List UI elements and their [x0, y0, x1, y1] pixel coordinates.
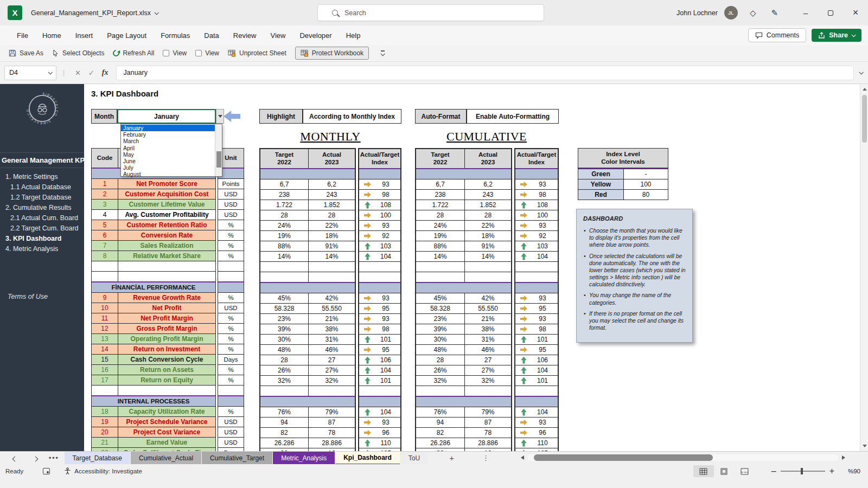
- scroll-up-icon[interactable]: [863, 88, 867, 91]
- cell-cumulative-index[interactable]: 104: [515, 407, 558, 417]
- sheet-nav-left-icon[interactable]: [9, 453, 21, 463]
- cell-unit[interactable]: %: [218, 251, 244, 261]
- name-box[interactable]: D4: [4, 66, 56, 80]
- cell-cumulative-target[interactable]: 76%: [416, 407, 464, 417]
- diamond-icon[interactable]: ◇: [750, 8, 756, 18]
- cell-monthly-target[interactable]: 94: [260, 418, 308, 427]
- cell-metric-name[interactable]: Return on Equity: [118, 375, 215, 385]
- sidebar-item[interactable]: 4. Metric Analysis: [0, 244, 84, 254]
- protect-workbook-button[interactable]: Protect Workbook: [295, 47, 369, 60]
- cell-code[interactable]: 3: [92, 200, 118, 209]
- cell-cumulative-actual[interactable]: 31%: [464, 335, 511, 344]
- cell-monthly-index[interactable]: 96: [359, 428, 400, 438]
- empty-cell[interactable]: [218, 261, 244, 271]
- empty-cell[interactable]: [308, 272, 355, 282]
- cell-code[interactable]: 7: [92, 241, 118, 251]
- cell-monthly-actual[interactable]: 79%: [308, 407, 355, 417]
- month-option[interactable]: July: [121, 164, 215, 171]
- cell-monthly-actual[interactable]: 14%: [308, 252, 355, 261]
- sheet-tab-target_database[interactable]: Target_Database: [65, 452, 130, 465]
- cell-monthly-target[interactable]: 76%: [260, 407, 308, 417]
- sidebar-item[interactable]: 1.2 Target Database: [0, 192, 84, 203]
- cell-monthly-index[interactable]: 93: [359, 418, 400, 427]
- ribbon-tab-formulas[interactable]: Formulas: [154, 27, 197, 44]
- cell-cumulative-index[interactable]: 101: [515, 335, 558, 344]
- empty-cell[interactable]: [260, 262, 308, 272]
- cell-metric-name[interactable]: Capacity Utilization Rate: [118, 407, 215, 416]
- cell-metric-name[interactable]: Conversion Rate: [118, 230, 215, 240]
- cell-cumulative-index[interactable]: 110: [515, 438, 558, 448]
- cell-cumulative-actual[interactable]: 28: [464, 210, 511, 220]
- cell-metric-name[interactable]: Earned Value: [118, 438, 215, 447]
- cell-metric-name[interactable]: Revenue Growth Rate: [118, 293, 215, 303]
- view-checkbox-2[interactable]: View: [195, 49, 219, 57]
- avatar[interactable]: JL: [724, 6, 738, 20]
- unprotect-sheet-button[interactable]: Unprotect Sheet: [228, 49, 286, 57]
- zoom-slider[interactable]: [781, 471, 825, 472]
- cell-monthly-actual[interactable]: 87: [308, 418, 355, 427]
- cell-unit[interactable]: %: [218, 293, 244, 303]
- cell-cumulative-index[interactable]: 101: [515, 376, 558, 386]
- level-color-cell[interactable]: Red: [578, 190, 623, 200]
- cell-cumulative-index[interactable]: 95: [515, 304, 558, 313]
- cell-unit[interactable]: %: [218, 334, 244, 344]
- sidebar-item[interactable]: 2.1 Actual Cum. Board: [0, 213, 84, 223]
- enter-icon[interactable]: ✓: [88, 69, 94, 77]
- cell-cumulative-actual[interactable]: 22%: [464, 221, 511, 230]
- cell-unit[interactable]: %: [218, 313, 244, 323]
- cell-cumulative-index[interactable]: 104: [515, 365, 558, 375]
- sheet-nav-right-icon[interactable]: [29, 453, 41, 463]
- cell-code[interactable]: 10: [92, 303, 118, 313]
- empty-cell[interactable]: [515, 262, 558, 272]
- cell-cumulative-index[interactable]: 103: [515, 241, 558, 251]
- empty-cell[interactable]: [464, 272, 511, 282]
- save-as-button[interactable]: Save As: [9, 49, 43, 57]
- ribbon-tab-developer[interactable]: Developer: [292, 27, 339, 44]
- cell-cumulative-actual[interactable]: 55.550: [464, 304, 511, 313]
- cell-cumulative-target[interactable]: 94: [416, 418, 464, 427]
- empty-cell[interactable]: [118, 272, 215, 281]
- cell-monthly-actual[interactable]: 27%: [308, 365, 355, 375]
- cell-cumulative-actual[interactable]: 42%: [464, 293, 511, 303]
- cell-monthly-actual[interactable]: 91%: [308, 241, 355, 251]
- empty-cell[interactable]: [308, 386, 355, 396]
- cell-monthly-target[interactable]: 1.722: [260, 200, 308, 210]
- cell-metric-name[interactable]: Net Profit Margin: [118, 313, 215, 323]
- cell-monthly-target[interactable]: 28: [260, 355, 308, 365]
- cell-unit[interactable]: USD: [218, 427, 244, 437]
- cell-cumulative-index[interactable]: 100: [515, 210, 558, 220]
- cell-cumulative-target[interactable]: 26%: [416, 365, 464, 375]
- cell-cumulative-target[interactable]: 238: [416, 190, 464, 200]
- cell-code[interactable]: 18: [92, 407, 118, 416]
- cell-cumulative-index[interactable]: 104: [515, 252, 558, 261]
- cell-cumulative-actual[interactable]: 38%: [464, 324, 511, 334]
- cell-cumulative-target[interactable]: 28: [416, 355, 464, 365]
- empty-cell[interactable]: [416, 386, 464, 396]
- cell-cumulative-index[interactable]: 96: [515, 428, 558, 438]
- cell-cumulative-target[interactable]: 6,7: [416, 179, 464, 189]
- empty-cell[interactable]: [92, 386, 118, 395]
- cell-code[interactable]: 14: [92, 344, 118, 354]
- cell-unit[interactable]: USD: [218, 417, 244, 427]
- sidebar-item[interactable]: 3. KPI Dashboard: [0, 234, 84, 244]
- cell-monthly-index[interactable]: 93: [359, 293, 400, 303]
- vertical-scrollbar[interactable]: [860, 84, 868, 451]
- cell-unit[interactable]: %: [218, 407, 244, 416]
- cell-code[interactable]: 19: [92, 417, 118, 427]
- cell-cumulative-index[interactable]: 95: [515, 345, 558, 355]
- cell-monthly-index[interactable]: 101: [359, 335, 400, 344]
- empty-cell[interactable]: [359, 386, 400, 396]
- cell-unit[interactable]: USD: [218, 438, 244, 447]
- share-button[interactable]: Share: [812, 29, 861, 42]
- page-break-view-button[interactable]: [735, 465, 755, 477]
- cell-cumulative-target[interactable]: 58.328: [416, 304, 464, 313]
- cell-code[interactable]: 15: [92, 355, 118, 364]
- empty-cell[interactable]: [359, 272, 400, 282]
- sidebar-item[interactable]: 1. Metric Settings: [0, 172, 84, 182]
- cell-monthly-actual[interactable]: 46%: [308, 345, 355, 355]
- cell-metric-name[interactable]: Project Cost Variance: [118, 427, 215, 437]
- cell-monthly-index[interactable]: 93: [359, 221, 400, 230]
- comments-button[interactable]: Comments: [748, 28, 806, 42]
- cell-cumulative-actual[interactable]: 1.852: [464, 200, 511, 210]
- horizontal-scroll-thumb[interactable]: [534, 454, 713, 461]
